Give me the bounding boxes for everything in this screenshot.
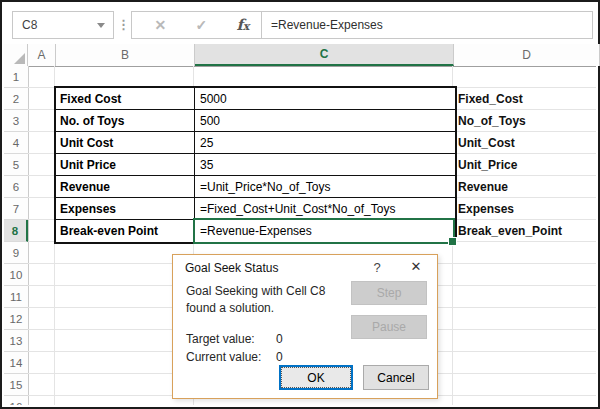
row-header-8-active[interactable]: 8: [4, 220, 28, 242]
cell-d3[interactable]: No_of_Toys: [458, 110, 526, 132]
row-header-2[interactable]: 2: [4, 88, 28, 110]
row-header-16[interactable]: 16: [4, 396, 28, 405]
formula-bar: C8 ⋮ ✕ ✓ fx =Revenue-Expenses: [4, 4, 596, 44]
cell-d4[interactable]: Unit_Cost: [458, 132, 515, 154]
enter-formula-icon[interactable]: ✓: [195, 17, 207, 33]
column-header-d[interactable]: D: [454, 44, 600, 66]
cell-b4[interactable]: Unit Cost: [56, 132, 195, 154]
cell-c7[interactable]: =Fixed_Cost+Unit_Cost*No_of_Toys: [195, 198, 455, 220]
formula-text: =Revenue-Expenses: [262, 18, 383, 32]
row-header-15[interactable]: 15: [4, 374, 28, 396]
cell-c2[interactable]: 5000: [195, 88, 455, 110]
cell-d6[interactable]: Revenue: [458, 176, 508, 198]
row-header-12[interactable]: 12: [4, 308, 28, 330]
select-all-triangle-icon: [14, 53, 25, 64]
target-value-row: Target value: 0: [186, 332, 255, 346]
dialog-title: Goal Seek Status: [185, 261, 278, 275]
cell-d5[interactable]: Unit_Price: [458, 154, 517, 176]
target-value: 0: [276, 332, 283, 346]
row-header-13[interactable]: 13: [4, 330, 28, 352]
column-header-c-active[interactable]: C: [195, 44, 454, 66]
cell-b2[interactable]: Fixed Cost: [56, 88, 195, 110]
ok-button-label: OK: [282, 368, 350, 387]
cell-b5[interactable]: Unit Price: [56, 154, 195, 176]
select-all-corner[interactable]: [4, 44, 28, 66]
help-icon[interactable]: ?: [369, 260, 385, 275]
cell-b7[interactable]: Expenses: [56, 198, 195, 220]
screenshot-frame: C8 ⋮ ✕ ✓ fx =Revenue-Expenses A B C D 1 …: [0, 0, 600, 409]
cell-d7[interactable]: Expenses: [458, 198, 514, 220]
row-header-10[interactable]: 10: [4, 264, 28, 286]
row-header-7[interactable]: 7: [4, 198, 28, 220]
name-box[interactable]: C8: [12, 11, 114, 39]
formula-buttons-group: ✕ ✓ fx: [131, 11, 273, 39]
cell-c3[interactable]: 500: [195, 110, 455, 132]
fx-x: x: [243, 20, 250, 33]
data-range-b2-c8: Fixed Cost 5000 No. of Toys 500 Unit Cos…: [54, 86, 457, 244]
formula-input[interactable]: =Revenue-Expenses: [261, 11, 593, 39]
separator-dots-icon: ⋮: [117, 11, 130, 37]
cell-d8[interactable]: Break_even_Point: [458, 220, 562, 242]
row-header-4[interactable]: 4: [4, 132, 28, 154]
row-header-column: 1 2 3 4 5 6 7 8 9 10 11 12 13 14 15 16: [4, 66, 29, 405]
column-header-b[interactable]: B: [56, 44, 195, 66]
dialog-message: Goal Seeking with Cell C8 found a soluti…: [186, 283, 325, 317]
cell-c6[interactable]: =Unit_Price*No_of_Toys: [195, 176, 455, 198]
cell-b8[interactable]: Break-even Point: [56, 220, 195, 242]
row-header-14[interactable]: 14: [4, 352, 28, 374]
row-header-6[interactable]: 6: [4, 176, 28, 198]
row-header-1[interactable]: 1: [4, 66, 28, 88]
insert-function-icon[interactable]: fx: [236, 16, 249, 34]
current-value-label: Current value:: [186, 350, 261, 364]
cell-c4[interactable]: 25: [195, 132, 455, 154]
row-header-3[interactable]: 3: [4, 110, 28, 132]
pause-button[interactable]: Pause: [351, 315, 427, 339]
cell-c8-active[interactable]: =Revenue-Expenses: [195, 220, 455, 242]
goal-seek-status-dialog: Goal Seek Status ? ✕ Goal Seeking with C…: [172, 254, 438, 399]
dialog-message-line1: Goal Seeking with Cell C8: [186, 283, 325, 300]
cell-c5[interactable]: 35: [195, 154, 455, 176]
column-header-row: A B C D: [4, 44, 596, 67]
row-header-5[interactable]: 5: [4, 154, 28, 176]
close-icon[interactable]: ✕: [407, 259, 425, 274]
column-header-a[interactable]: A: [28, 44, 56, 66]
name-box-value: C8: [13, 18, 97, 32]
cell-b6[interactable]: Revenue: [56, 176, 195, 198]
step-button[interactable]: Step: [351, 281, 427, 305]
ok-button[interactable]: OK: [279, 365, 353, 390]
cell-b3[interactable]: No. of Toys: [56, 110, 195, 132]
cancel-formula-icon[interactable]: ✕: [155, 17, 167, 33]
name-box-dropdown-icon[interactable]: [97, 23, 105, 28]
current-value: 0: [276, 350, 283, 364]
current-value-row: Current value: 0: [186, 350, 261, 364]
cell-d2[interactable]: Fixed_Cost: [458, 88, 523, 110]
dialog-message-line2: found a solution.: [186, 300, 325, 317]
cancel-button[interactable]: Cancel: [363, 365, 429, 390]
target-value-label: Target value:: [186, 332, 255, 346]
row-header-9[interactable]: 9: [4, 242, 28, 264]
row-header-11[interactable]: 11: [4, 286, 28, 308]
